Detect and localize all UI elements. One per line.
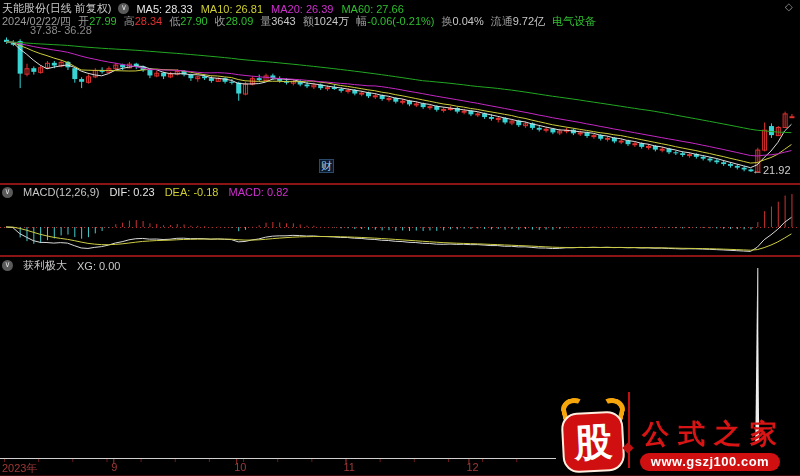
quote-field-2: 高28.34 bbox=[124, 14, 163, 29]
price-note: 37.38- 36.28 bbox=[30, 24, 92, 36]
quote-field-7: 幅-0.06(-0.21%) bbox=[356, 14, 434, 29]
signal-xg-value: XG: 0.00 bbox=[77, 260, 120, 272]
chevron-down-icon[interactable]: ∨ bbox=[2, 187, 13, 198]
quote-field-6: 额1024万 bbox=[303, 14, 349, 29]
macd-macd-value: MACD: 0.82 bbox=[228, 186, 288, 198]
ma-label-1: MA10: 26.81 bbox=[201, 3, 263, 15]
ma-label-0: MA5: 28.33 bbox=[136, 3, 192, 15]
signal-panel-header: ∨ 获利极大 XG: 0.00 bbox=[2, 258, 120, 273]
quote-field-3: 低27.90 bbox=[169, 14, 208, 29]
axis-month-label: 11 bbox=[344, 461, 355, 473]
axis-month-label: 10 bbox=[234, 461, 246, 473]
axis-month-label: 9 bbox=[111, 461, 117, 473]
financial-report-marker[interactable]: 财 bbox=[319, 159, 334, 173]
ma-label-3: MA60: 27.66 bbox=[341, 3, 403, 15]
quote-field-9: 流通9.72亿 bbox=[491, 14, 545, 29]
low-price-label: ←21.92 bbox=[752, 164, 791, 176]
quote-field-4: 收28.09 bbox=[215, 14, 254, 29]
quote-field-10: 电气设备 bbox=[552, 14, 596, 29]
bull-logo: 股 bbox=[560, 396, 626, 474]
watermark: 股 公式之家 www.gszj100.com bbox=[550, 390, 800, 476]
stock-app-window: 天能股份(日线 前复权) ∨ MA5: 28.33MA10: 26.81MA20… bbox=[0, 0, 800, 476]
watermark-site-name: 公式之家 bbox=[642, 416, 800, 452]
axis-year-label: 2023年 bbox=[2, 461, 37, 476]
quote-field-5: 量3643 bbox=[260, 14, 295, 29]
chevron-down-icon[interactable]: ∨ bbox=[2, 260, 13, 271]
diamond-icon[interactable]: ◇ bbox=[785, 1, 793, 12]
axis-month-label: 12 bbox=[466, 461, 478, 473]
macd-dif-value: DIF: 0.23 bbox=[109, 186, 154, 198]
macd-title: MACD(12,26,9) bbox=[23, 186, 99, 198]
macd-dea-value: DEA: -0.18 bbox=[165, 186, 219, 198]
signal-title: 获利极大 bbox=[23, 258, 67, 273]
macd-panel-header: ∨ MACD(12,26,9) DIF: 0.23 DEA: -0.18 MAC… bbox=[2, 186, 288, 198]
watermark-url: www.gszj100.com bbox=[640, 453, 780, 471]
chevron-down-icon[interactable]: ∨ bbox=[118, 3, 129, 14]
quote-field-8: 换0.04% bbox=[441, 14, 483, 29]
logo-badge: 股 bbox=[560, 410, 625, 473]
ma-legend: MA5: 28.33MA10: 26.81MA20: 26.39MA60: 27… bbox=[136, 3, 403, 15]
ma-label-2: MA20: 26.39 bbox=[271, 3, 333, 15]
watermark-divider bbox=[628, 392, 630, 468]
